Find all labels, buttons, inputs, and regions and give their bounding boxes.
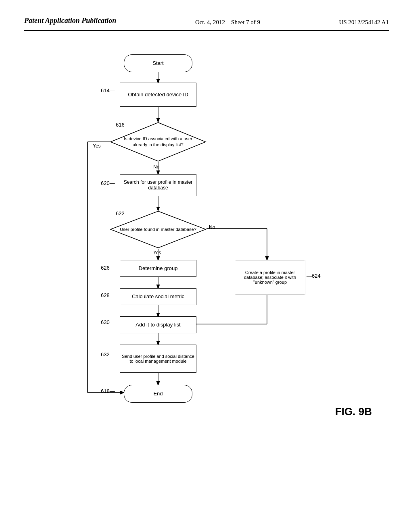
header-date-sheet: Oct. 4, 2012 Sheet 7 of 9 xyxy=(195,16,260,27)
node-630-label: Add it to display list xyxy=(136,322,180,328)
page: Patent Application Publication Oct. 4, 2… xyxy=(0,0,413,532)
node-626-label: Determine group xyxy=(139,265,178,271)
node-624: Create a profile in master database; ass… xyxy=(235,260,305,295)
label-yes-622: Yes xyxy=(153,250,161,256)
step-618-num: 618— xyxy=(101,388,115,394)
step-628-num: 628 xyxy=(101,292,110,298)
label-no-616: No xyxy=(153,164,159,170)
start-node: Start xyxy=(124,54,192,72)
label-yes-616: Yes xyxy=(93,143,101,149)
step-626-num: 626 xyxy=(101,265,110,271)
node-624-label: Create a profile in master database; ass… xyxy=(235,270,305,285)
label-no-622: No xyxy=(209,224,215,230)
node-632: Send user profile and social distance to… xyxy=(120,345,196,373)
node-632-label: Send user profile and social distance to… xyxy=(120,354,196,364)
node-622: User profile found in master database? xyxy=(110,210,206,249)
node-620: Search for user profile in master databa… xyxy=(120,174,196,196)
step-624-num: —624 xyxy=(307,273,321,279)
sheet-info: Sheet 7 of 9 xyxy=(231,19,260,25)
end-node: End xyxy=(124,385,192,403)
flowchart: Start 614— Obtain detected device ID 616… xyxy=(33,47,380,482)
node-630: Add it to display list xyxy=(120,316,196,333)
step-632-num: 632 xyxy=(101,351,110,357)
patent-number: US 2012/254142 A1 xyxy=(339,16,389,27)
node-628: Calculate social metric xyxy=(120,288,196,305)
node-622-label: User profile found in master database? xyxy=(113,227,204,232)
page-header: Patent Application Publication Oct. 4, 2… xyxy=(24,16,389,31)
step-614-num: 614— xyxy=(101,87,115,94)
node-614-label: Obtain detected device ID xyxy=(128,91,188,98)
node-616: Is device ID associated with a user alre… xyxy=(110,122,206,162)
end-label: End xyxy=(153,391,163,397)
publication-title: Patent Application Publication xyxy=(24,16,116,25)
start-label: Start xyxy=(152,60,163,66)
step-620-num: 620— xyxy=(101,180,115,186)
node-620-label: Search for user profile in master databa… xyxy=(120,179,196,191)
figure-label: FIG. 9B xyxy=(335,405,372,418)
node-626: Determine group xyxy=(120,260,196,277)
node-614: Obtain detected device ID xyxy=(120,83,196,107)
node-616-label: Is device ID associated with a user alre… xyxy=(110,136,206,148)
node-628-label: Calculate social metric xyxy=(132,293,184,299)
step-630-num: 630 xyxy=(101,319,110,325)
publication-date: Oct. 4, 2012 xyxy=(195,19,225,25)
arrows-overlay xyxy=(33,47,380,482)
